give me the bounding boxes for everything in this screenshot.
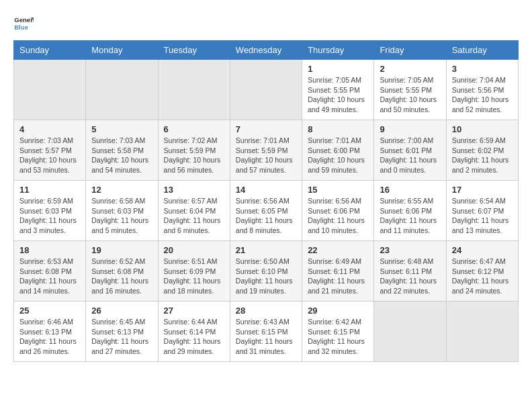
calendar-cell: 13Sunrise: 6:57 AM Sunset: 6:04 PM Dayli… — [158, 181, 230, 241]
day-info: Sunrise: 6:59 AM Sunset: 6:02 PM Dayligh… — [452, 136, 513, 175]
calendar-cell: 21Sunrise: 6:50 AM Sunset: 6:10 PM Dayli… — [230, 241, 302, 302]
day-info: Sunrise: 6:56 AM Sunset: 6:06 PM Dayligh… — [308, 196, 368, 236]
calendar-cell: 5Sunrise: 7:03 AM Sunset: 5:58 PM Daylig… — [86, 120, 158, 181]
day-info: Sunrise: 6:46 AM Sunset: 6:13 PM Dayligh… — [19, 317, 80, 357]
day-number: 23 — [380, 245, 440, 255]
calendar-cell: 27Sunrise: 6:44 AM Sunset: 6:14 PM Dayli… — [158, 302, 230, 362]
day-number: 22 — [308, 245, 368, 255]
day-number: 29 — [308, 306, 368, 316]
svg-text:General: General — [14, 16, 34, 24]
calendar-cell: 10Sunrise: 6:59 AM Sunset: 6:02 PM Dayli… — [446, 120, 518, 181]
day-info: Sunrise: 6:52 AM Sunset: 6:08 PM Dayligh… — [91, 257, 152, 296]
week-row-5: 25Sunrise: 6:46 AM Sunset: 6:13 PM Dayli… — [14, 302, 519, 362]
day-number: 13 — [164, 185, 224, 195]
day-number: 5 — [91, 124, 152, 134]
day-number: 17 — [452, 185, 513, 195]
logo-icon: General Blue — [13, 13, 34, 34]
day-info: Sunrise: 6:57 AM Sunset: 6:04 PM Dayligh… — [164, 196, 224, 236]
day-info: Sunrise: 7:05 AM Sunset: 5:55 PM Dayligh… — [308, 75, 368, 115]
day-info: Sunrise: 7:00 AM Sunset: 6:01 PM Dayligh… — [380, 136, 440, 175]
calendar-cell: 4Sunrise: 7:03 AM Sunset: 5:57 PM Daylig… — [14, 120, 86, 181]
day-info: Sunrise: 6:43 AM Sunset: 6:15 PM Dayligh… — [236, 317, 296, 357]
day-number: 12 — [91, 185, 152, 195]
calendar-cell: 2Sunrise: 7:05 AM Sunset: 5:55 PM Daylig… — [374, 60, 446, 120]
calendar-cell: 8Sunrise: 7:01 AM Sunset: 6:00 PM Daylig… — [302, 120, 374, 181]
day-number: 1 — [308, 64, 368, 74]
calendar-cell: 24Sunrise: 6:47 AM Sunset: 6:12 PM Dayli… — [446, 241, 518, 302]
day-header-saturday: Saturday — [446, 41, 518, 60]
day-number: 26 — [91, 306, 152, 316]
day-number: 21 — [236, 245, 296, 255]
page-header: General Blue — [13, 13, 519, 34]
calendar-cell: 16Sunrise: 6:55 AM Sunset: 6:06 PM Dayli… — [374, 181, 446, 241]
day-info: Sunrise: 6:56 AM Sunset: 6:05 PM Dayligh… — [236, 196, 296, 236]
day-number: 7 — [236, 124, 296, 134]
calendar-cell: 3Sunrise: 7:04 AM Sunset: 5:56 PM Daylig… — [446, 60, 518, 120]
calendar-cell: 7Sunrise: 7:01 AM Sunset: 5:59 PM Daylig… — [230, 120, 302, 181]
day-number: 10 — [452, 124, 513, 134]
day-info: Sunrise: 7:04 AM Sunset: 5:56 PM Dayligh… — [452, 75, 513, 115]
week-row-3: 11Sunrise: 6:59 AM Sunset: 6:03 PM Dayli… — [14, 181, 519, 241]
day-info: Sunrise: 6:45 AM Sunset: 6:13 PM Dayligh… — [91, 317, 152, 357]
calendar-cell: 23Sunrise: 6:48 AM Sunset: 6:11 PM Dayli… — [374, 241, 446, 302]
day-info: Sunrise: 7:05 AM Sunset: 5:55 PM Dayligh… — [380, 75, 440, 115]
calendar-cell — [446, 302, 518, 362]
calendar-cell — [158, 60, 230, 120]
day-info: Sunrise: 7:03 AM Sunset: 5:57 PM Dayligh… — [19, 136, 80, 175]
calendar-cell: 6Sunrise: 7:02 AM Sunset: 5:59 PM Daylig… — [158, 120, 230, 181]
day-info: Sunrise: 6:53 AM Sunset: 6:08 PM Dayligh… — [19, 257, 80, 296]
calendar-cell: 20Sunrise: 6:51 AM Sunset: 6:09 PM Dayli… — [158, 241, 230, 302]
day-info: Sunrise: 7:03 AM Sunset: 5:58 PM Dayligh… — [91, 136, 152, 175]
day-number: 24 — [452, 245, 513, 255]
calendar-table: SundayMondayTuesdayWednesdayThursdayFrid… — [13, 40, 519, 362]
day-info: Sunrise: 6:47 AM Sunset: 6:12 PM Dayligh… — [452, 257, 513, 296]
day-number: 3 — [452, 64, 513, 74]
calendar-cell: 25Sunrise: 6:46 AM Sunset: 6:13 PM Dayli… — [14, 302, 86, 362]
day-header-monday: Monday — [86, 41, 158, 60]
day-info: Sunrise: 6:51 AM Sunset: 6:09 PM Dayligh… — [164, 257, 224, 296]
day-header-wednesday: Wednesday — [230, 41, 302, 60]
calendar-cell: 29Sunrise: 6:42 AM Sunset: 6:15 PM Dayli… — [302, 302, 374, 362]
day-number: 18 — [19, 245, 80, 255]
day-info: Sunrise: 7:02 AM Sunset: 5:59 PM Dayligh… — [164, 136, 224, 175]
calendar-cell — [230, 60, 302, 120]
day-number: 9 — [380, 124, 440, 134]
week-row-2: 4Sunrise: 7:03 AM Sunset: 5:57 PM Daylig… — [14, 120, 519, 181]
day-header-thursday: Thursday — [302, 41, 374, 60]
calendar-cell: 9Sunrise: 7:00 AM Sunset: 6:01 PM Daylig… — [374, 120, 446, 181]
calendar-cell: 28Sunrise: 6:43 AM Sunset: 6:15 PM Dayli… — [230, 302, 302, 362]
day-number: 14 — [236, 185, 296, 195]
calendar-cell: 14Sunrise: 6:56 AM Sunset: 6:05 PM Dayli… — [230, 181, 302, 241]
day-number: 28 — [236, 306, 296, 316]
logo: General Blue — [13, 13, 34, 34]
calendar-cell: 18Sunrise: 6:53 AM Sunset: 6:08 PM Dayli… — [14, 241, 86, 302]
calendar-cell: 19Sunrise: 6:52 AM Sunset: 6:08 PM Dayli… — [86, 241, 158, 302]
day-info: Sunrise: 7:01 AM Sunset: 6:00 PM Dayligh… — [308, 136, 368, 175]
calendar-cell — [86, 60, 158, 120]
day-number: 2 — [380, 64, 440, 74]
calendar-cell — [14, 60, 86, 120]
day-info: Sunrise: 6:50 AM Sunset: 6:10 PM Dayligh… — [236, 257, 296, 296]
day-info: Sunrise: 6:55 AM Sunset: 6:06 PM Dayligh… — [380, 196, 440, 236]
day-number: 19 — [91, 245, 152, 255]
day-info: Sunrise: 6:44 AM Sunset: 6:14 PM Dayligh… — [164, 317, 224, 357]
calendar-cell: 22Sunrise: 6:49 AM Sunset: 6:11 PM Dayli… — [302, 241, 374, 302]
day-info: Sunrise: 7:01 AM Sunset: 5:59 PM Dayligh… — [236, 136, 296, 175]
day-header-sunday: Sunday — [14, 41, 86, 60]
calendar-cell — [374, 302, 446, 362]
day-info: Sunrise: 6:42 AM Sunset: 6:15 PM Dayligh… — [308, 317, 368, 357]
day-number: 15 — [308, 185, 368, 195]
calendar-cell: 17Sunrise: 6:54 AM Sunset: 6:07 PM Dayli… — [446, 181, 518, 241]
calendar-cell: 26Sunrise: 6:45 AM Sunset: 6:13 PM Dayli… — [86, 302, 158, 362]
day-info: Sunrise: 6:54 AM Sunset: 6:07 PM Dayligh… — [452, 196, 513, 236]
day-number: 27 — [164, 306, 224, 316]
day-number: 8 — [308, 124, 368, 134]
day-number: 6 — [164, 124, 224, 134]
calendar-cell: 11Sunrise: 6:59 AM Sunset: 6:03 PM Dayli… — [14, 181, 86, 241]
week-row-4: 18Sunrise: 6:53 AM Sunset: 6:08 PM Dayli… — [14, 241, 519, 302]
day-info: Sunrise: 6:48 AM Sunset: 6:11 PM Dayligh… — [380, 257, 440, 296]
day-number: 16 — [380, 185, 440, 195]
day-info: Sunrise: 6:59 AM Sunset: 6:03 PM Dayligh… — [19, 196, 80, 236]
day-number: 20 — [164, 245, 224, 255]
day-number: 4 — [19, 124, 80, 134]
